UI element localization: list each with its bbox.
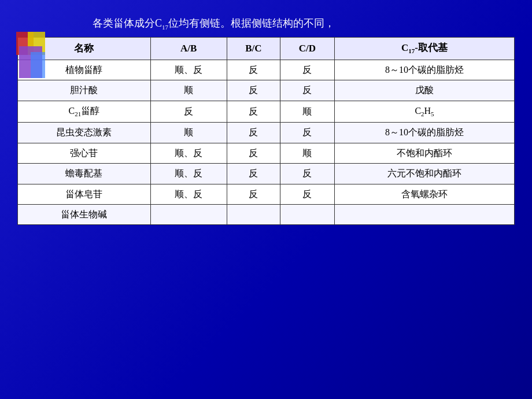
col-header-bc: B/C: [227, 38, 280, 60]
cell-c17: 8～10个碳的脂肪烃: [335, 60, 515, 80]
cell-cd: 顺: [280, 143, 334, 163]
cell-name: 胆汁酸: [18, 80, 151, 101]
cell-bc: 反: [227, 184, 280, 204]
cell-name: C21甾醇: [18, 101, 151, 123]
cell-cd: 反: [280, 123, 334, 143]
table-row: 强心苷顺、反反顺不饱和内酯环: [18, 143, 515, 163]
cell-ab: 反: [150, 101, 227, 123]
cell-c17: 戊酸: [335, 80, 515, 101]
cell-c17: 六元不饱和内酯环: [335, 164, 515, 184]
cell-c17: [335, 204, 515, 224]
cell-ab: 顺、反: [150, 164, 227, 184]
cell-c17: 含氧螺杂环: [335, 184, 515, 204]
cell-cd: 顺: [280, 101, 334, 123]
cell-bc: 反: [227, 143, 280, 163]
subtitle-line1-part1: 各类甾体成分C17位均有侧链。根据侧链结构的不同，: [93, 17, 335, 29]
table-row: 甾体生物碱: [18, 204, 515, 224]
cell-c17: C2H5: [335, 101, 515, 123]
table-row: C21甾醇反反顺C2H5: [18, 101, 515, 123]
cell-bc: 反: [227, 164, 280, 184]
cell-ab: 顺: [150, 80, 227, 101]
slide: 各类甾体成分C17位均有侧链。根据侧链结构的不同， 名称 A/B B/C C/D…: [0, 0, 532, 399]
cell-name: 甾体生物碱: [18, 204, 151, 224]
col-header-cd: C/D: [280, 38, 334, 60]
data-table: 名称 A/B B/C C/D C17-取代基 植物甾醇顺、反反反8～10个碳的脂…: [17, 37, 515, 225]
cell-ab: 顺: [150, 123, 227, 143]
cell-cd: 反: [280, 164, 334, 184]
cell-ab: 顺、反: [150, 143, 227, 163]
cell-cd: 反: [280, 184, 334, 204]
cell-c17: 8～10个碳的脂肪烃: [335, 123, 515, 143]
table-row: 植物甾醇顺、反反反8～10个碳的脂肪烃: [18, 60, 515, 80]
cell-name: 甾体皂苷: [18, 184, 151, 204]
cell-cd: 反: [280, 60, 334, 80]
cell-name: 强心苷: [18, 143, 151, 163]
cell-bc: 反: [227, 60, 280, 80]
cell-name: 蟾毒配基: [18, 164, 151, 184]
cell-bc: 反: [227, 80, 280, 101]
table-header-row: 名称 A/B B/C C/D C17-取代基: [18, 38, 515, 60]
cell-cd: 反: [280, 80, 334, 101]
subtitle: 各类甾体成分C17位均有侧链。根据侧链结构的不同，: [93, 15, 515, 32]
cell-cd: [280, 204, 334, 224]
cell-bc: [227, 204, 280, 224]
table-row: 蟾毒配基顺、反反反六元不饱和内酯环: [18, 164, 515, 184]
table-row: 昆虫变态激素顺反反8～10个碳的脂肪烃: [18, 123, 515, 143]
deco-block-blue: [31, 52, 45, 78]
decorative-blocks: [16, 32, 48, 81]
table-row: 胆汁酸顺反反戊酸: [18, 80, 515, 101]
cell-name: 昆虫变态激素: [18, 123, 151, 143]
cell-ab: 顺、反: [150, 184, 227, 204]
cell-ab: 顺、反: [150, 60, 227, 80]
col-header-c17: C17-取代基: [335, 38, 515, 60]
cell-bc: 反: [227, 123, 280, 143]
title-section: 各类甾体成分C17位均有侧链。根据侧链结构的不同，: [17, 15, 515, 32]
cell-ab: [150, 204, 227, 224]
cell-c17: 不饱和内酯环: [335, 143, 515, 163]
col-header-ab: A/B: [150, 38, 227, 60]
cell-bc: 反: [227, 101, 280, 123]
table-row: 甾体皂苷顺、反反反含氧螺杂环: [18, 184, 515, 204]
